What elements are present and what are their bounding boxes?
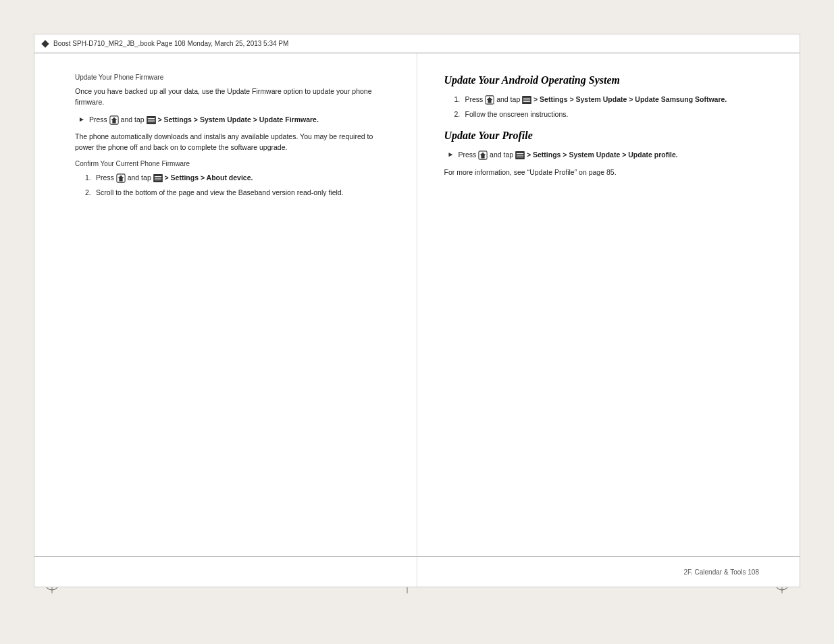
right-item2-num: 2. (454, 109, 465, 120)
footer-area: 2F. Calendar & Tools 108 (34, 556, 800, 587)
item1-text: Press and tap (96, 173, 253, 184)
left-numbered-item1: 1. Press and tap (85, 173, 393, 184)
right-numbered-list: 1. Press and tap (454, 95, 766, 120)
right-section2-body: For more information, see “Update Profil… (444, 167, 766, 178)
right-numbered-item1: 1. Press and tap (454, 95, 766, 105)
press-label-3: Press (465, 95, 484, 103)
menu-icon-4 (515, 151, 525, 159)
right-item2-text: Follow the onscreen instructions. (465, 109, 569, 120)
press-label-4: Press (458, 151, 476, 159)
item2-num: 2. (85, 188, 96, 198)
right-section2-title: Update Your Profile (444, 129, 766, 143)
left-numbered-item2: 2. Scroll to the bottom of the page and … (85, 188, 393, 198)
bullet1-bold: > Settings > System Update > Update Firm… (157, 115, 318, 124)
home-icon-4 (478, 151, 488, 160)
page-container: Boost SPH-D710_MR2_JB_.book Page 108 Mon… (0, 0, 834, 644)
left-column: Update Your Phone Firmware Once you have… (34, 53, 417, 587)
left-section1-body: Once you have backed up all your data, u… (75, 86, 393, 108)
and-tap-label-2: and tap (128, 173, 153, 182)
right-bullet1-bold: > Settings > System Update > Update prof… (527, 151, 678, 159)
left-bullet1: ► Press and tap (78, 115, 393, 126)
right-section1-title: Update Your Android Operating System (444, 74, 766, 88)
content-area: Update Your Phone Firmware Once you have… (34, 53, 800, 587)
item2-text: Scroll to the bottom of the page and vie… (96, 188, 344, 198)
page-content: Boost SPH-D710_MR2_JB_.book Page 108 Mon… (34, 34, 800, 587)
right-numbered-item2: 2. Follow the onscreen instructions. (454, 109, 766, 120)
and-tap-label-3: and tap (496, 95, 522, 103)
header-diamond (41, 40, 49, 47)
left-section2-title: Confirm Your Current Phone Firmware (75, 160, 393, 167)
press-label-1: Press (89, 115, 107, 124)
right-item1-num: 1. (454, 95, 465, 105)
bullet-arrow1: ► (78, 115, 85, 123)
right-bullet1-text: Press and tap (458, 150, 677, 161)
home-icon-3 (485, 95, 494, 105)
right-item1-bold: > Settings > System Update > Update Sams… (533, 95, 727, 103)
header-text: Boost SPH-D710_MR2_JB_.book Page 108 Mon… (53, 40, 288, 47)
home-icon-1 (109, 115, 119, 125)
bullet-arrow2: ► (448, 151, 454, 158)
item1-bold: > Settings > About device. (165, 173, 253, 182)
home-icon-2 (116, 173, 126, 183)
left-bullet1-text: Press and tap (89, 115, 319, 126)
menu-icon-1 (147, 116, 156, 124)
menu-icon-2 (153, 174, 163, 182)
header-bar: Boost SPH-D710_MR2_JB_.book Page 108 Mon… (34, 34, 800, 53)
left-section1-body2: The phone automatically downloads and in… (75, 132, 393, 153)
menu-icon-3 (522, 96, 531, 104)
press-label-2: Press (96, 173, 114, 182)
left-numbered-list: 1. Press and tap (85, 173, 393, 198)
right-item1-text: Press and tap (465, 95, 727, 105)
right-column: Update Your Android Operating System 1. … (417, 53, 800, 587)
right-bullet1: ► Press and tap (448, 150, 766, 161)
and-tap-label-1: and tap (121, 115, 147, 124)
item1-num: 1. (85, 173, 96, 184)
footer-text: 2F. Calendar & Tools 108 (683, 568, 759, 576)
left-section1-title: Update Your Phone Firmware (75, 74, 393, 81)
and-tap-label-4: and tap (490, 151, 515, 159)
